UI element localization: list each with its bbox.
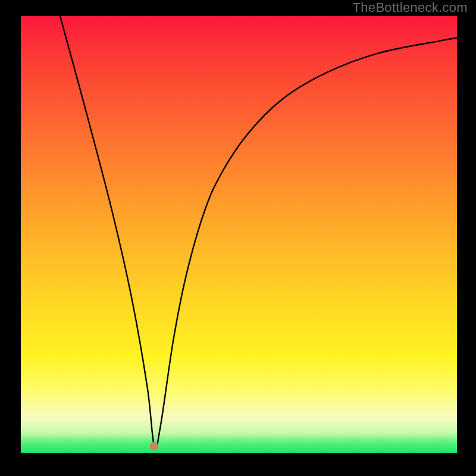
curve-path: [60, 16, 457, 449]
watermark-text: TheBottleneck.com: [353, 0, 468, 15]
plot-area: [21, 16, 457, 453]
chart-frame: TheBottleneck.com: [0, 0, 476, 476]
minimum-marker: [150, 442, 158, 450]
bottleneck-curve: [21, 16, 457, 453]
